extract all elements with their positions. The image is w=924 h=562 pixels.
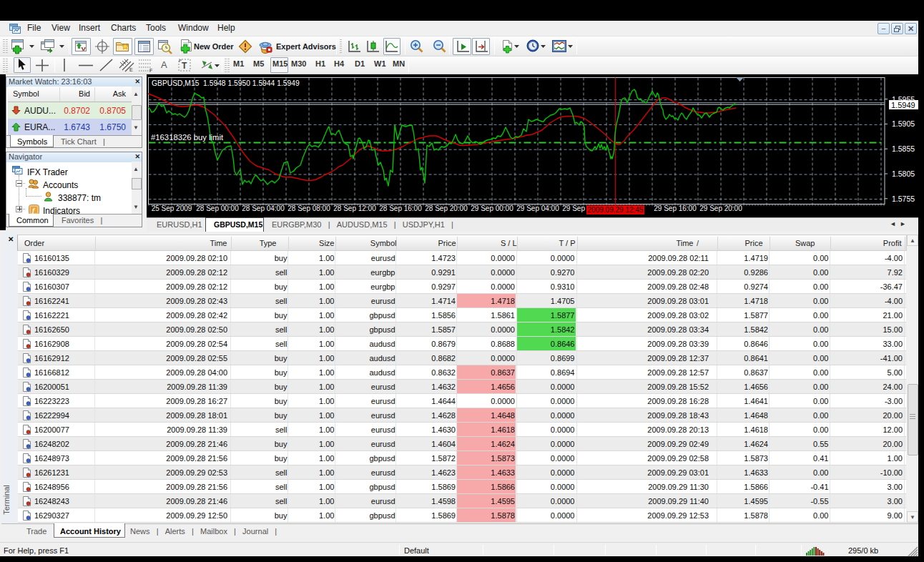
svg-text:28 Sep 04:00: 28 Sep 04:00 xyxy=(242,204,285,212)
svg-text:28 Sep 08:00: 28 Sep 08:00 xyxy=(287,204,330,212)
svg-text:T: T xyxy=(182,61,187,71)
svg-text:#16318326 buy limit: #16318326 buy limit xyxy=(151,133,224,142)
svg-text:28 Sep 00:00: 28 Sep 00:00 xyxy=(196,204,239,212)
svg-text:E: E xyxy=(129,67,133,72)
svg-text:28 Sep 20:00: 28 Sep 20:00 xyxy=(425,204,468,212)
svg-text:29 Sep 00:00: 29 Sep 00:00 xyxy=(471,204,513,212)
svg-text:1.5855: 1.5855 xyxy=(892,144,915,153)
svg-text:1.5805: 1.5805 xyxy=(892,169,915,178)
svg-text:1.5905: 1.5905 xyxy=(892,119,915,128)
svg-text:28 Sep 12:00: 28 Sep 12:00 xyxy=(333,204,376,212)
svg-text:29 Sep 16:00: 29 Sep 16:00 xyxy=(654,204,697,212)
svg-text:1.5949: 1.5949 xyxy=(891,101,915,109)
svg-text:1.5755: 1.5755 xyxy=(892,194,915,203)
svg-text:29 Sep 20:00: 29 Sep 20:00 xyxy=(699,204,742,212)
svg-text:28 Sep 16:00: 28 Sep 16:00 xyxy=(379,204,422,212)
svg-text:25 Sep 2009: 25 Sep 2009 xyxy=(152,204,192,212)
svg-text:2009.09.29 12:45: 2009.09.29 12:45 xyxy=(588,206,644,214)
svg-text:29 Sep 04:00: 29 Sep 04:00 xyxy=(516,204,559,212)
svg-text:F: F xyxy=(149,68,152,72)
svg-text:GBPUSD,M15 1.5948 1.5950 1.59: GBPUSD,M15 1.5948 1.5950 1.5944 1.5949 xyxy=(152,79,300,87)
